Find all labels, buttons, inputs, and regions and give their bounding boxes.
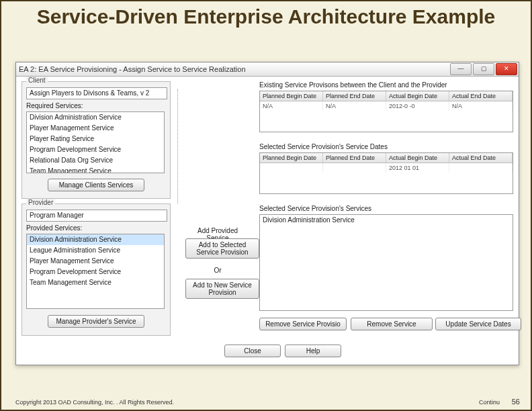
provider-panel: Provider Program Manager Provided Servic…: [21, 203, 171, 336]
add-to-selected-provision-button[interactable]: Add to Selected Service Provision: [185, 238, 259, 259]
list-item[interactable]: League Administration Service: [27, 245, 164, 256]
table-row[interactable]: N/A N/A 2012-0 -0 N/A: [260, 101, 513, 111]
window-titlebar: EA 2: EA Service Provisioning - Assign S…: [16, 62, 519, 77]
table-header: Planned End Date: [323, 91, 386, 101]
table-header: Actual End Date: [449, 153, 513, 163]
table-header: Actual Begin Date: [386, 153, 449, 163]
list-item[interactable]: Division Administration Service: [27, 112, 164, 123]
required-services-label: Required Services:: [26, 102, 83, 109]
table-cell: 2012 01 01: [386, 163, 449, 173]
table-cell: [449, 163, 513, 173]
table-header: Planned Begin Date: [260, 153, 323, 163]
list-item[interactable]: Division Administration Service: [27, 234, 164, 245]
or-label: Or: [185, 267, 250, 274]
list-item[interactable]: Team Management Service: [27, 277, 164, 288]
list-item[interactable]: Player Rating Service: [27, 134, 164, 144]
page-number: 56: [512, 398, 520, 406]
provider-label: Provider: [26, 199, 55, 206]
minimize-button[interactable]: —: [450, 63, 472, 75]
selected-services-list[interactable]: Division Administration Service: [259, 214, 513, 311]
remove-service-provision-button[interactable]: Remove Service Provisio: [259, 318, 347, 330]
list-item[interactable]: Program Development Service: [27, 267, 164, 277]
table-header: Planned Begin Date: [260, 91, 323, 101]
provided-services-label: Provided Services:: [26, 224, 82, 232]
list-item[interactable]: Program Development Service: [27, 144, 164, 155]
table-header: Actual Begin Date: [386, 91, 449, 101]
continue-label: Continu: [479, 399, 500, 406]
list-item[interactable]: Team Management Service: [27, 166, 164, 173]
provider-field[interactable]: Program Manager: [26, 210, 167, 222]
table-cell: N/A: [260, 101, 323, 111]
close-window-button[interactable]: ✕: [496, 63, 517, 75]
list-item[interactable]: Relational Data Org Service: [27, 155, 164, 166]
help-button[interactable]: Help: [285, 345, 341, 357]
list-item[interactable]: Player Management Service: [27, 256, 164, 267]
table-cell: [323, 163, 386, 173]
list-item[interactable]: Player Management Service: [27, 123, 164, 134]
existing-provisions-label: Existing Service Provisons between the C…: [259, 81, 447, 89]
client-label: Client: [26, 77, 48, 84]
dialog-window: EA 2: EA Service Provisioning - Assign S…: [15, 62, 519, 365]
selected-dates-table[interactable]: Planned Begin Date Planned End Date Actu…: [259, 152, 513, 194]
table-header: Actual End Date: [449, 91, 513, 101]
maximize-button[interactable]: ▢: [473, 63, 494, 75]
client-field[interactable]: Assign Players to Divisons & Teams, v 2: [26, 87, 167, 99]
table-row[interactable]: 2012 01 01: [260, 163, 513, 173]
selected-dates-label: Selected Service Provision's Service Dat…: [259, 143, 388, 150]
selected-services-label: Selected Service Provision's Services: [259, 205, 371, 212]
remove-service-button[interactable]: Remove Service: [351, 318, 433, 330]
table-cell: N/A: [449, 101, 513, 111]
slide-title: Service-Driven Enterprise Architecture E…: [1, 5, 531, 28]
table-cell: [260, 163, 323, 173]
close-button[interactable]: Close: [224, 345, 281, 357]
window-title: EA 2: EA Service Provisioning - Assign S…: [19, 65, 246, 73]
table-cell: N/A: [323, 101, 386, 111]
add-to-new-provision-button[interactable]: Add to New Service Provision: [185, 279, 259, 299]
manage-providers-service-button[interactable]: Manage Provider's Service: [48, 315, 144, 328]
table-cell: 2012-0 -0: [386, 101, 449, 111]
divider-line: [177, 89, 178, 203]
client-panel: Client Assign Players to Divisons & Team…: [21, 81, 171, 199]
update-service-dates-button[interactable]: Update Service Dates: [435, 318, 521, 330]
required-services-list[interactable]: Division Administration Service Player M…: [26, 111, 165, 173]
existing-provisions-table[interactable]: Planned Begin Date Planned End Date Actu…: [259, 91, 513, 132]
provided-services-list[interactable]: Division Administration Service League A…: [26, 234, 165, 309]
manage-clients-services-button[interactable]: Manage Clients Services: [48, 179, 144, 191]
copyright-text: Copyright 2013 OAD Consulting, Inc. . Al…: [15, 399, 174, 406]
table-header: Planned End Date: [323, 153, 386, 163]
list-item[interactable]: Division Administration Service: [260, 215, 513, 226]
